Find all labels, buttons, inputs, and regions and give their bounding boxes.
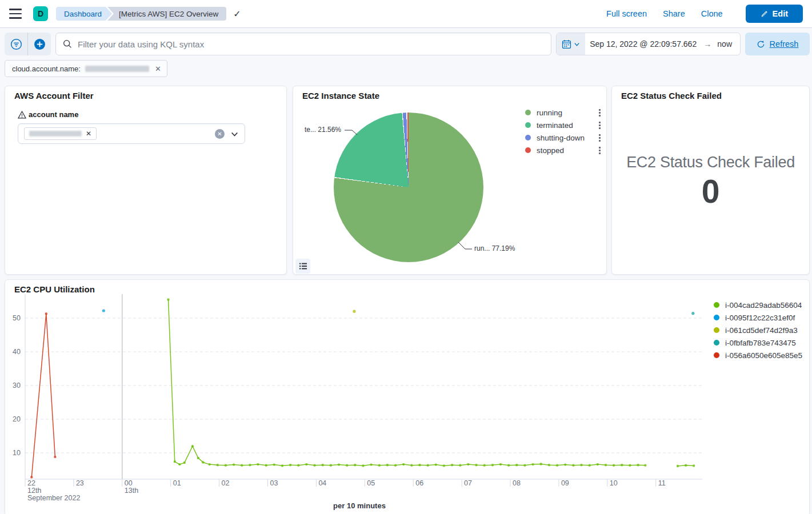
panel-title: EC2 Status Check Failed: [621, 91, 722, 101]
warning-icon: [18, 111, 26, 119]
svg-text:09: 09: [561, 479, 569, 487]
legend-item[interactable]: i-056a6050e605e85e5: [714, 349, 808, 362]
panel-aws-account-filter: AWS Account Filter account name ✕ ✕: [5, 86, 287, 275]
legend-actions-dots-icon[interactable]: [598, 108, 602, 118]
legend-item[interactable]: i-0fbfafb783e743475: [714, 336, 808, 349]
search-icon: [63, 39, 72, 49]
chip-remove-icon[interactable]: ✕: [86, 130, 91, 138]
svg-text:13th: 13th: [125, 487, 138, 495]
refresh-button[interactable]: Refresh: [745, 33, 810, 55]
query-bar: Filter your data using KQL syntax Sep 12…: [5, 33, 810, 55]
legend-label: shutting-down: [537, 134, 585, 142]
legend-label: i-0095f12c22c31ef0f: [725, 314, 795, 322]
svg-text:08: 08: [513, 479, 521, 487]
legend-item[interactable]: terminated: [525, 119, 602, 131]
pie-callout-running: run... 77.19%: [474, 244, 515, 252]
filter-pill-value-redacted: [85, 66, 149, 72]
full-screen-button[interactable]: Full screen: [606, 9, 647, 18]
legend-dot-icon: [714, 340, 719, 346]
edit-button[interactable]: Edit: [746, 5, 803, 23]
search-placeholder: Filter your data using KQL syntax: [78, 39, 204, 49]
legend-actions-dots-icon[interactable]: [598, 146, 602, 155]
refresh-icon: [757, 40, 765, 49]
legend-item[interactable]: stopped: [525, 144, 602, 156]
breadcrumb-dashboard[interactable]: Dashboard: [56, 7, 112, 21]
saved-query-filter-icon[interactable]: [5, 33, 27, 55]
filter-pill-remove-icon[interactable]: ✕: [155, 65, 161, 73]
calendar-icon[interactable]: [557, 33, 585, 55]
svg-text:04: 04: [318, 479, 326, 487]
pie-chart: [334, 113, 483, 262]
legend-actions-dots-icon[interactable]: [598, 133, 602, 143]
svg-text:12th: 12th: [27, 487, 41, 495]
legend-label: i-004cad29adab56604: [725, 301, 802, 310]
chip-value-redacted: [29, 131, 82, 136]
panel-title: EC2 Instance State: [302, 91, 379, 101]
legend-actions-dots-icon[interactable]: [598, 121, 602, 130]
svg-text:00: 00: [125, 479, 133, 487]
cpu-line-chart: 1020304050222300010203040506070809101112…: [5, 280, 714, 514]
pencil-icon: [761, 10, 768, 18]
combobox-selected-chip: ✕: [24, 127, 97, 140]
legend-label: terminated: [537, 121, 573, 130]
chevron-down-icon[interactable]: [230, 130, 239, 138]
svg-text:22: 22: [27, 479, 35, 487]
legend-dot-icon: [525, 135, 531, 140]
date-start[interactable]: Sep 12, 2022 @ 22:09:57.662: [585, 39, 701, 49]
panel-ec2-instance-state: EC2 Instance State te... 21.56% run... 7…: [293, 86, 607, 275]
svg-text:05: 05: [367, 479, 375, 487]
svg-text:23: 23: [76, 479, 84, 487]
cpu-legend: i-004cad29adab56604i-0095f12c22c31ef0fi-…: [714, 299, 808, 362]
svg-text:11: 11: [658, 479, 666, 487]
legend-dot-icon: [525, 122, 531, 128]
legend-label: i-0fbfafb783e743475: [725, 339, 796, 347]
share-button[interactable]: Share: [663, 9, 685, 18]
legend-label: i-056a6050e605e85e5: [725, 351, 802, 360]
space-avatar[interactable]: D: [33, 6, 48, 21]
svg-text:20: 20: [13, 415, 21, 423]
metric-value: 0: [612, 172, 809, 210]
legend-label: stopped: [537, 146, 564, 155]
combobox-clear-icon[interactable]: ✕: [215, 129, 225, 139]
legend-label: i-061cd5def74d2f9a3: [725, 326, 798, 335]
pie-callout-terminated: te... 21.56%: [305, 126, 341, 134]
account-name-combobox[interactable]: ✕ ✕: [18, 123, 245, 144]
kql-search-input[interactable]: Filter your data using KQL syntax: [55, 33, 551, 55]
svg-text:02: 02: [222, 479, 230, 487]
legend-dot-icon: [714, 315, 719, 320]
legend-item[interactable]: shutting-down: [525, 131, 602, 144]
filter-pill[interactable]: cloud.account.name: ✕: [5, 60, 167, 77]
legend-dot-icon: [714, 302, 719, 308]
app-header: D Dashboard [Metrics AWS] EC2 Overview ✓…: [0, 0, 812, 28]
chevron-down-icon: [574, 41, 580, 47]
svg-text:40: 40: [13, 348, 21, 356]
legend-item[interactable]: i-061cd5def74d2f9a3: [714, 324, 808, 336]
menu-hamburger-icon[interactable]: [9, 8, 23, 19]
svg-text:01: 01: [173, 479, 181, 487]
refresh-label: Refresh: [770, 39, 799, 49]
legend-dot-icon: [714, 327, 719, 333]
svg-text:03: 03: [270, 479, 278, 487]
metric-label: EC2 Status Check Failed: [612, 154, 809, 171]
check-icon: ✓: [233, 9, 241, 19]
svg-text:30: 30: [13, 382, 21, 389]
account-name-label-row: account name: [18, 110, 78, 119]
svg-text:07: 07: [464, 479, 472, 487]
arrow-right-icon: →: [701, 39, 714, 49]
pie-legend: runningterminatedshutting-downstopped: [525, 106, 602, 156]
legend-dot-icon: [525, 147, 531, 153]
x-axis-title: per 10 minutes: [5, 501, 714, 510]
add-filter-icon[interactable]: [28, 33, 51, 55]
legend-item[interactable]: running: [525, 106, 602, 119]
filter-button-group: [5, 33, 51, 55]
clone-button[interactable]: Clone: [701, 9, 723, 18]
legend-item[interactable]: i-0095f12c22c31ef0f: [714, 311, 808, 324]
panel-ec2-status-check-failed: EC2 Status Check Failed EC2 Status Check…: [611, 86, 810, 275]
date-picker: Sep 12, 2022 @ 22:09:57.662 → now: [556, 33, 741, 55]
legend-dot-icon: [714, 352, 719, 358]
legend-toggle-icon[interactable]: [295, 259, 310, 274]
edit-button-label: Edit: [773, 9, 788, 18]
legend-item[interactable]: i-004cad29adab56604: [714, 299, 808, 311]
date-end[interactable]: now: [714, 39, 740, 49]
legend-label: running: [537, 109, 562, 117]
